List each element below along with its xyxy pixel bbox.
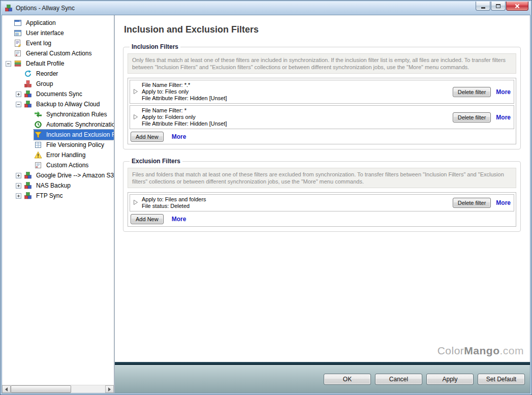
add-new-button[interactable]: Add New <box>131 214 164 224</box>
tree-item-label: Group <box>35 80 54 88</box>
sync-job-icon <box>24 90 32 98</box>
more-link[interactable]: More <box>496 88 511 96</box>
tree-item-backup-to-allway-cloud[interactable]: Backup to Allway Cloud <box>2 99 114 109</box>
tree-item-automatic-synchronization[interactable]: Automatic Synchronization <box>2 119 114 130</box>
window-content: Application User interface Event log Gen… <box>2 15 530 393</box>
tree-item-google-drive-amazon-s3[interactable]: Google Drive --> Amazon S3 <box>2 170 114 180</box>
more-link[interactable]: More <box>172 216 186 223</box>
filter-details: File Name Filter: *.* Apply to: Files on… <box>142 82 449 102</box>
minimize-button[interactable] <box>476 2 490 11</box>
sync-job-icon <box>24 100 32 108</box>
tree-item-general-custom-actions[interactable]: General Custom Actions <box>2 48 114 58</box>
custom-actions-icon <box>34 161 42 169</box>
application-icon <box>14 19 22 27</box>
expand-expander-icon[interactable] <box>16 183 21 189</box>
add-new-row: Add New More <box>130 131 514 142</box>
auto-sync-icon <box>34 120 42 129</box>
sync-job-icon <box>24 171 32 179</box>
horizontal-scrollbar[interactable] <box>2 385 114 393</box>
colormango-watermark: ColorMango.com <box>437 345 524 357</box>
main-column: Inclusion and Exclusion Filters Inclusio… <box>115 15 530 393</box>
filter-line: Apply to: Folders only <box>142 114 449 120</box>
set-default-button[interactable]: Set Default <box>478 374 525 385</box>
tree-item-label: Application <box>24 19 57 27</box>
delete-filter-button[interactable]: Delete filter <box>453 112 491 123</box>
filter-row[interactable]: File Name Filter: *.* Apply to: Files on… <box>130 80 514 104</box>
add-new-row: Add New More <box>130 213 514 225</box>
footer-bar: OK Cancel Apply Set Default <box>115 365 530 393</box>
filter-row[interactable]: File Name Filter: * Apply to: Folders on… <box>130 105 514 129</box>
sync-job-icon <box>24 192 32 200</box>
tree-item-group[interactable]: Group <box>2 79 114 89</box>
filter-line: File Name Filter: * <box>142 107 449 114</box>
tree-item-custom-actions[interactable]: Custom Actions <box>2 160 114 170</box>
tree-item-label: File Versioning Policy <box>45 141 106 149</box>
scrollbar-track[interactable] <box>11 385 105 393</box>
tree-item-event-log[interactable]: Event log <box>2 38 114 48</box>
tree-item-label: Backup to Allway Cloud <box>35 100 101 108</box>
tree-item-error-handling[interactable]: Error Handling <box>2 150 114 160</box>
filter-icon <box>34 131 42 139</box>
collapse-expander-icon[interactable] <box>6 61 11 67</box>
title-bar: Options - Allway Sync <box>2 2 530 15</box>
tree-item-label: FTP Sync <box>35 192 64 200</box>
tree-item-user-interface[interactable]: User interface <box>2 28 114 38</box>
error-handling-icon <box>34 151 42 159</box>
tree-item-label: Google Drive --> Amazon S3 <box>35 171 114 179</box>
page-title: Inclusion and Exclusion Filters <box>124 24 524 35</box>
maximize-icon <box>496 4 500 8</box>
more-link[interactable]: More <box>172 133 186 140</box>
scroll-right-button[interactable] <box>105 385 114 393</box>
tree-item-label: Inclusion and Exclusion Filters <box>45 131 114 139</box>
delete-filter-button[interactable]: Delete filter <box>453 198 491 208</box>
close-button[interactable] <box>506 2 528 11</box>
tree-item-default-profile[interactable]: Default Profile <box>2 58 114 69</box>
scroll-left-button[interactable] <box>2 385 11 393</box>
expand-triangle-icon[interactable] <box>133 113 139 122</box>
expand-expander-icon[interactable] <box>16 173 21 178</box>
tree-item-label: NAS Backup <box>35 181 72 190</box>
profile-icon <box>14 59 22 68</box>
filter-row[interactable]: Apply to: Files and folders File status:… <box>130 194 514 211</box>
filter-line: File status: Deleted <box>142 203 449 209</box>
scroll-left-icon <box>3 387 8 391</box>
ok-button[interactable]: OK <box>324 374 371 385</box>
filter-details: Apply to: Files and folders File status:… <box>142 196 449 209</box>
minimize-icon <box>481 7 485 9</box>
expand-expander-icon[interactable] <box>16 193 21 199</box>
cancel-button[interactable]: Cancel <box>375 374 422 385</box>
tree-item-label: Reorder <box>35 70 59 78</box>
inclusion-filters-description: Only files that match at least one of th… <box>128 53 516 74</box>
tree-item-nas-backup[interactable]: NAS Backup <box>2 180 114 191</box>
tree-item-application[interactable]: Application <box>2 18 114 28</box>
event-log-icon <box>14 39 22 47</box>
expand-triangle-icon[interactable] <box>133 198 139 207</box>
tree-item-inclusion-and-exclusion-filters[interactable]: Inclusion and Exclusion Filters <box>2 130 114 140</box>
more-link[interactable]: More <box>496 114 511 121</box>
expand-expander-icon[interactable] <box>16 92 21 97</box>
sync-rules-icon <box>34 110 42 118</box>
caption-buttons <box>476 2 528 11</box>
add-new-button[interactable]: Add New <box>131 132 164 142</box>
collapse-expander-icon[interactable] <box>16 102 21 107</box>
tree-item-label: Synchronization Rules <box>45 110 108 118</box>
inclusion-filters-group: Inclusion Filters Only files that match … <box>123 43 521 149</box>
tree-item-ftp-sync[interactable]: FTP Sync <box>2 191 114 201</box>
tree-item-label: Documents Sync <box>35 90 84 98</box>
tree-item-label: User interface <box>24 29 66 37</box>
filter-line: File Attribute Filter: Hidden [Unset] <box>142 95 449 102</box>
more-link[interactable]: More <box>496 199 511 206</box>
filter-line: File Name Filter: *.* <box>142 82 449 88</box>
scrollbar-thumb[interactable] <box>11 385 71 393</box>
maximize-button[interactable] <box>491 2 506 11</box>
expand-triangle-icon[interactable] <box>133 87 139 97</box>
user-interface-icon <box>14 29 22 37</box>
tree-item-file-versioning-policy[interactable]: File Versioning Policy <box>2 140 114 150</box>
delete-filter-button[interactable]: Delete filter <box>453 87 491 97</box>
options-window: Options - Allway Sync Application User i… <box>0 0 532 395</box>
tree-item-synchronization-rules[interactable]: Synchronization Rules <box>2 109 114 119</box>
tree-item-documents-sync[interactable]: Documents Sync <box>2 89 114 99</box>
apply-button[interactable]: Apply <box>426 374 474 385</box>
allway-sync-app-icon <box>5 4 13 12</box>
tree-item-reorder[interactable]: Reorder <box>2 69 114 79</box>
